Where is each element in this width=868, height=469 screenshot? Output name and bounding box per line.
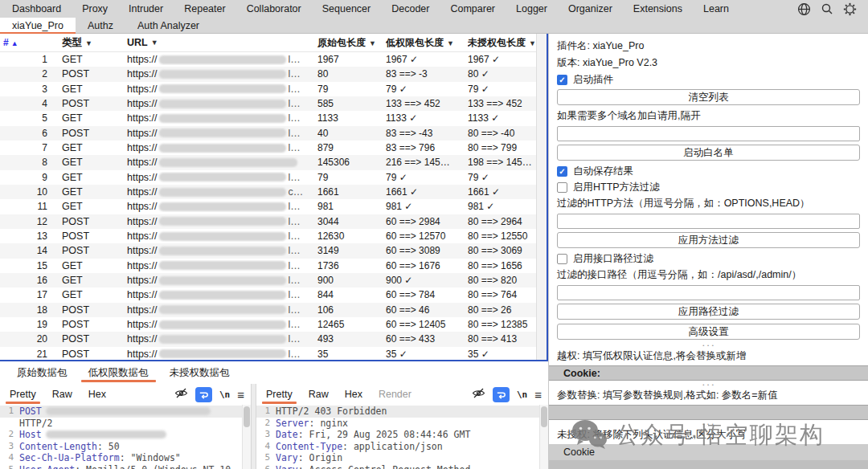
- request-editor-scrollbar[interactable]: [242, 405, 251, 469]
- apply-method-filter-button[interactable]: 应用方法过滤: [557, 232, 860, 248]
- table-row[interactable]: 8GEThttps://145306216 ==> 145…198 ==> 14…: [0, 155, 547, 169]
- url-truncated-tail: l…: [289, 216, 301, 227]
- hide-eye-icon[interactable]: [472, 387, 485, 402]
- response-editor-scrollbar[interactable]: [539, 405, 548, 469]
- table-row[interactable]: 18POSThttps://l…10660 ==> 4680 ==> 26: [0, 303, 547, 317]
- packet-tab-0[interactable]: 原始数据包: [6, 361, 78, 384]
- hide-eye-icon[interactable]: [174, 387, 188, 402]
- column-header-type[interactable]: 类型▼: [55, 36, 127, 50]
- globe-icon[interactable]: [797, 2, 811, 16]
- filter-icon[interactable]: ▼: [369, 39, 376, 47]
- autosave-checkbox[interactable]: ✓ 自动保存结果: [557, 163, 860, 179]
- editor-menu-icon[interactable]: ≡: [237, 388, 244, 402]
- table-row[interactable]: 2POSThttps://l…8083 ==> -380 ✓: [0, 67, 547, 81]
- settings-icon[interactable]: [843, 2, 857, 16]
- packet-tab-2[interactable]: 未授权数据包: [159, 361, 240, 384]
- newline-icon[interactable]: \n: [219, 389, 230, 400]
- table-row[interactable]: 6POSThttps://l…4083 ==> -4380 ==> -40: [0, 126, 547, 141]
- filter-icon[interactable]: ▼: [85, 39, 92, 47]
- enable-method-filter-checkbox[interactable]: 启用HTTP方法过滤: [557, 179, 860, 195]
- table-row[interactable]: 13POSThttps://l…1263060 ==> 1257080 ==> …: [0, 229, 547, 243]
- menu-item-dashboard[interactable]: Dashboard: [2, 3, 72, 14]
- table-row[interactable]: 16GEThttps://l…900900 ✓80 ==> 820: [0, 273, 547, 288]
- extension-tab-authz[interactable]: Authz: [76, 18, 125, 34]
- start-whitelist-button[interactable]: 启动白名单: [557, 145, 860, 161]
- apply-path-filter-button[interactable]: 应用路径过滤: [557, 304, 860, 320]
- cell-url: https://l…: [127, 142, 317, 153]
- column-header-url[interactable]: URL▼: [127, 37, 317, 48]
- menu-item-collaborator[interactable]: Collaborator: [236, 3, 312, 14]
- splitter-handle[interactable]: [557, 421, 860, 426]
- filter-icon[interactable]: ▼: [529, 39, 536, 47]
- table-row[interactable]: 21POSThttps://l…3535 ✓35 ✓: [0, 347, 547, 360]
- response-tab-render[interactable]: Render: [371, 384, 420, 405]
- column-header-index[interactable]: #▲: [0, 37, 55, 48]
- whitelist-input[interactable]: [557, 126, 860, 141]
- table-row[interactable]: 5GEThttps://l…11331133 ✓1133 ✓: [0, 111, 547, 125]
- path-filter-input[interactable]: [557, 285, 860, 300]
- response-tab-hex[interactable]: Hex: [337, 384, 371, 405]
- unauth-cookie-row[interactable]: Cookie: [549, 444, 868, 460]
- newline-icon[interactable]: \n: [517, 389, 527, 400]
- filter-icon[interactable]: ▼: [447, 39, 454, 47]
- menu-item-learn[interactable]: Learn: [693, 3, 739, 14]
- request-tab-raw[interactable]: Raw: [44, 384, 80, 405]
- table-row[interactable]: 3GEThttps://l…7979 ✓79 ✓: [0, 82, 547, 96]
- enable-plugin-checkbox[interactable]: ✓ 启动插件: [557, 71, 860, 88]
- table-row[interactable]: 14POSThttps://l…314960 ==> 308980 ==> 30…: [0, 243, 547, 258]
- column-header-lowpriv-length[interactable]: 低权限包长度▼: [386, 36, 468, 50]
- scrollbar-thumb[interactable]: [244, 406, 250, 427]
- menu-item-logger[interactable]: Logger: [506, 3, 558, 14]
- menu-item-proxy[interactable]: Proxy: [72, 3, 118, 14]
- table-row[interactable]: 17GEThttps://l…84460 ==> 78480 ==> 764: [0, 288, 547, 302]
- cell-url: https://l…: [127, 68, 317, 80]
- response-tab-raw[interactable]: Raw: [301, 384, 337, 405]
- menu-item-intruder[interactable]: Intruder: [118, 3, 174, 14]
- method-filter-input[interactable]: [557, 214, 860, 229]
- wrap-lines-icon[interactable]: [493, 387, 510, 402]
- extension-tab-xiayue_pro[interactable]: xiaYue_Pro: [0, 18, 76, 34]
- cell-unauth-length: 1661 ✓: [468, 186, 547, 198]
- splitter-handle[interactable]: [557, 381, 860, 387]
- table-row[interactable]: 10GEThttps://c…16611661 ✓1661 ✓: [0, 185, 547, 199]
- enable-path-filter-checkbox[interactable]: 启用接口路径过滤: [557, 251, 860, 267]
- scrollbar-thumb[interactable]: [541, 406, 547, 427]
- editor-split-handle[interactable]: [251, 384, 256, 469]
- cell-method: POST: [55, 98, 127, 109]
- table-row[interactable]: 12POSThttps://l…304460 ==> 298480 ==> 29…: [0, 214, 547, 229]
- editor-menu-icon[interactable]: ≡: [534, 388, 542, 402]
- table-row[interactable]: 7GEThttps://l…87983 ==> 79680 ==> 799: [0, 141, 547, 155]
- request-tab-pretty[interactable]: Pretty: [2, 384, 44, 405]
- wrap-lines-icon[interactable]: [195, 387, 212, 402]
- menu-item-organizer[interactable]: Organizer: [558, 3, 623, 14]
- extension-tab-auth-analyzer[interactable]: Auth Analyzer: [125, 18, 211, 34]
- request-tab-hex[interactable]: Hex: [80, 384, 114, 405]
- clear-list-button[interactable]: 清空列表: [557, 89, 860, 105]
- filter-icon[interactable]: ▼: [151, 39, 158, 47]
- table-scrollbar[interactable]: [536, 34, 547, 360]
- menu-item-extensions[interactable]: Extensions: [623, 3, 693, 14]
- request-editor-body[interactable]: 1POSTHTTP/22Host3Content-Length: 504Sec-…: [0, 405, 251, 469]
- column-header-original-length[interactable]: 原始包长度▼: [317, 36, 386, 50]
- packet-tab-1[interactable]: 低权限数据包: [78, 361, 159, 384]
- menu-item-comparer[interactable]: Comparer: [440, 3, 506, 14]
- response-editor-body[interactable]: 1HTTP/2 403 Forbidden2Server: nginx3Date…: [256, 405, 548, 469]
- table-row[interactable]: 20POSThttps://l…49360 ==> 43380 ==> 413: [0, 332, 547, 346]
- param-replace-row[interactable]: [549, 405, 868, 420]
- table-row[interactable]: 4POSThttps://l…585133 ==> 452133 ==> 452: [0, 96, 547, 111]
- column-header-unauth-length[interactable]: 未授权包长度▼: [468, 36, 547, 50]
- privesc-cookie-row[interactable]: Cookie:: [549, 365, 868, 381]
- table-row[interactable]: 9GEThttps://l…7979 ✓79 ✓: [0, 170, 547, 185]
- table-row[interactable]: 19POSThttps://l…1246560 ==> 1240580 ==> …: [0, 317, 547, 332]
- table-row[interactable]: 11GEThttps://l…981981 ✓981 ✓: [0, 199, 547, 214]
- table-row[interactable]: 1GEThttps://l…19671967 ✓1967 ✓: [0, 52, 547, 67]
- advanced-settings-button[interactable]: 高级设置: [557, 324, 860, 340]
- response-tab-pretty[interactable]: Pretty: [258, 384, 301, 405]
- search-icon[interactable]: [821, 2, 833, 15]
- menu-item-decoder[interactable]: Decoder: [381, 3, 440, 14]
- menu-item-repeater[interactable]: Repeater: [174, 3, 235, 14]
- splitter-handle[interactable]: [557, 342, 860, 348]
- table-row[interactable]: 15GEThttps://l…173660 ==> 167680 ==> 165…: [0, 259, 547, 273]
- menu-item-sequencer[interactable]: Sequencer: [312, 3, 381, 14]
- redacted-text-blur: [46, 407, 211, 415]
